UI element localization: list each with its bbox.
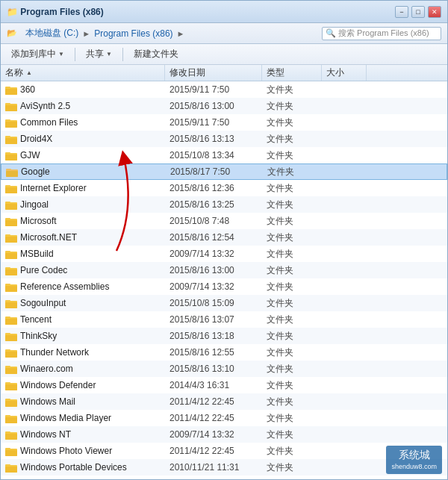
- file-size-cell: [322, 361, 367, 377]
- file-size-cell: [322, 410, 367, 426]
- table-row[interactable]: Windows Media Player 2011/4/12 22:45 文件夹: [1, 410, 447, 426]
- file-type-cell: 文件夹: [262, 459, 322, 476]
- file-size-cell: [322, 229, 367, 246]
- svg-rect-44: [5, 317, 10, 319]
- svg-rect-50: [5, 349, 10, 352]
- table-row[interactable]: ThinkSky 2015/8/16 13:18 文件夹: [1, 328, 447, 344]
- table-row[interactable]: Google 2015/8/17 7:50 文件夹: [1, 163, 447, 180]
- file-name-text: Windows Photo Viewer: [20, 446, 112, 456]
- file-name-text: Thunder Network: [20, 347, 89, 358]
- breadcrumb-program-files[interactable]: Program Files (x86): [92, 28, 175, 40]
- table-row[interactable]: AviSynth 2.5 2015/8/16 13:00 文件夹: [1, 98, 447, 114]
- file-date-cell: 2015/8/16 12:54: [165, 229, 262, 246]
- folder-icon: [6, 167, 18, 177]
- table-row[interactable]: Windows Portable Devices 2010/11/21 11:3…: [1, 459, 447, 476]
- file-type-cell: 文件夹: [262, 361, 322, 377]
- breadcrumb-local-disk[interactable]: 本地磁盘 (C:): [23, 26, 81, 40]
- file-size-cell: [322, 196, 367, 213]
- table-row[interactable]: Windows Mail 2011/4/12 22:45 文件夹: [1, 393, 447, 410]
- file-name-text: Windows NT: [20, 429, 71, 440]
- table-row[interactable]: SogouInput 2015/10/8 15:09 文件夹: [1, 295, 447, 311]
- table-row[interactable]: Internet Explorer 2015/8/16 12:36 文件夹: [1, 180, 447, 196]
- col-header-type[interactable]: 类型: [262, 65, 322, 81]
- col-header-size[interactable]: 大小: [322, 65, 367, 81]
- file-size-cell: [322, 393, 367, 410]
- file-name-text: Microsoft: [20, 216, 57, 226]
- table-row[interactable]: Windows Sidebar 2011/4/12 22:45 文件夹: [1, 476, 447, 480]
- svg-rect-59: [5, 399, 10, 401]
- file-name-cell: Windows Mail: [1, 393, 165, 410]
- add-to-library-button[interactable]: 添加到库中 ▼: [7, 46, 69, 62]
- file-name-cell: Winaero.com: [1, 361, 165, 377]
- table-row[interactable]: MSBuild 2009/7/14 13:32 文件夹: [1, 246, 447, 262]
- new-folder-button[interactable]: 新建文件夹: [129, 46, 183, 62]
- table-row[interactable]: 360 2015/9/11 7:50 文件夹: [1, 81, 447, 98]
- table-row[interactable]: Windows NT 2009/7/14 13:32 文件夹: [1, 426, 447, 443]
- table-row[interactable]: Windows Defender 2014/4/3 16:31 文件夹: [1, 377, 447, 393]
- folder-icon: [5, 151, 17, 160]
- file-date-cell: 2015/8/16 12:55: [165, 344, 262, 361]
- file-name-cell: Thunder Network: [1, 344, 165, 361]
- file-type-cell: 文件夹: [262, 81, 322, 98]
- table-row[interactable]: Thunder Network 2015/8/16 12:55 文件夹: [1, 344, 447, 361]
- file-list-container[interactable]: 名称 ▲ 修改日期 类型 大小: [1, 65, 447, 480]
- file-size-cell: [322, 81, 367, 98]
- svg-rect-10: [5, 138, 17, 144]
- dropdown-arrow-icon-2: ▼: [106, 51, 112, 57]
- file-name-cell: MSBuild: [1, 246, 165, 262]
- col-header-name[interactable]: 名称 ▲: [1, 65, 165, 81]
- svg-rect-37: [5, 286, 17, 292]
- file-date-cell: 2009/7/14 13:32: [165, 246, 262, 262]
- table-row[interactable]: Winaero.com 2015/8/16 13:10 文件夹: [1, 361, 447, 377]
- file-name-text: Windows Portable Devices: [20, 462, 127, 473]
- file-type-cell: 文件夹: [262, 246, 322, 262]
- minimize-button[interactable]: −: [395, 6, 408, 18]
- file-name-cell: Tencent: [1, 311, 165, 328]
- folder-icon: [5, 430, 17, 440]
- svg-rect-41: [5, 300, 10, 302]
- table-row[interactable]: Droid4X 2015/8/16 13:13 文件夹: [1, 131, 447, 147]
- folder-icon: [5, 200, 17, 210]
- file-date-cell: 2015/8/16 13:13: [165, 131, 262, 147]
- file-name-text: SogouInput: [20, 298, 66, 308]
- file-name-cell: Windows Defender: [1, 377, 165, 393]
- close-button[interactable]: ✕: [428, 6, 441, 18]
- file-name-text: Internet Explorer: [20, 183, 87, 193]
- file-date-cell: 2009/7/14 13:32: [165, 426, 262, 443]
- file-size-cell: [322, 476, 367, 480]
- table-row[interactable]: Windows Photo Viewer 2011/4/12 22:45 文件夹: [1, 443, 447, 459]
- file-name-text: MSBuild: [20, 249, 54, 259]
- file-date-cell: 2011/4/12 22:45: [165, 410, 262, 426]
- folder-icon: [5, 216, 17, 226]
- table-row[interactable]: Reference Assemblies 2009/7/14 13:32 文件夹: [1, 278, 447, 295]
- svg-rect-67: [5, 450, 17, 456]
- file-type-cell: 文件夹: [262, 295, 322, 311]
- file-type-cell: 文件夹: [262, 262, 322, 278]
- maximize-button[interactable]: □: [411, 6, 425, 18]
- file-size-cell: [322, 328, 367, 344]
- file-name-text: Winaero.com: [20, 364, 73, 374]
- file-name-cell: Common Files: [1, 114, 165, 131]
- share-button[interactable]: 共享 ▼: [81, 46, 116, 62]
- file-size-cell: [322, 98, 367, 114]
- table-row[interactable]: Microsoft.NET 2015/8/16 12:54 文件夹: [1, 229, 447, 246]
- watermark-url: shenduw8.com: [391, 462, 437, 472]
- table-row[interactable]: Jingoal 2015/8/16 13:25 文件夹: [1, 196, 447, 213]
- file-name-cell: ThinkSky: [1, 328, 165, 344]
- table-row[interactable]: Common Files 2015/9/11 7:50 文件夹: [1, 114, 447, 131]
- file-name-text: GJW: [20, 150, 40, 160]
- file-date-cell: 2015/10/8 13:34: [165, 147, 262, 163]
- file-name-cell: AviSynth 2.5: [1, 98, 165, 114]
- file-type-cell: 文件夹: [262, 328, 322, 344]
- file-size-cell: [322, 213, 367, 229]
- file-date-cell: 2011/4/12 22:45: [165, 476, 262, 480]
- table-row[interactable]: Microsoft 2015/10/8 7:48 文件夹: [1, 213, 447, 229]
- table-row[interactable]: GJW 2015/10/8 13:34 文件夹: [1, 147, 447, 163]
- file-date-cell: 2015/10/8 15:09: [165, 295, 262, 311]
- address-bar-controls: 🔍 搜索 Program Files (x86): [322, 27, 441, 40]
- table-row[interactable]: Pure Codec 2015/8/16 13:00 文件夹: [1, 262, 447, 278]
- search-input[interactable]: 🔍 搜索 Program Files (x86): [322, 27, 441, 40]
- file-name-text: Pure Codec: [20, 265, 67, 275]
- col-header-date[interactable]: 修改日期: [165, 65, 262, 81]
- table-row[interactable]: Tencent 2015/8/16 13:07 文件夹: [1, 311, 447, 328]
